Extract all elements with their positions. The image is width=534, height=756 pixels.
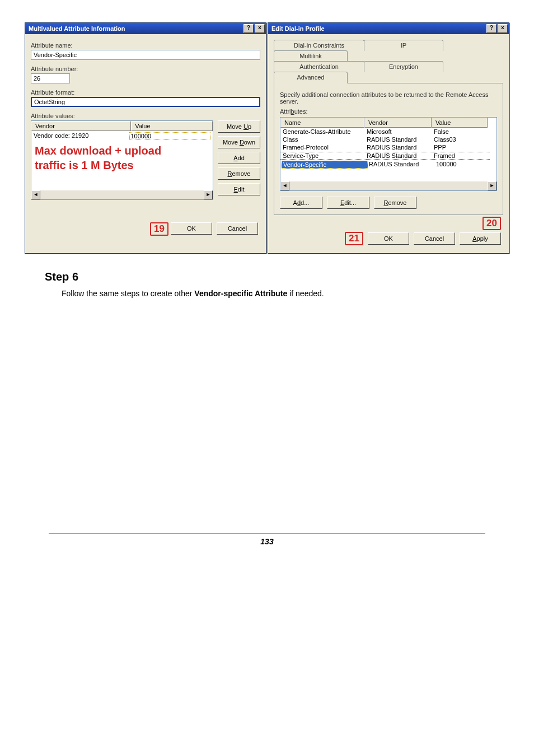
table-row[interactable]: Vendor-SpecificRADIUS Standard100000 <box>280 160 496 169</box>
attr-header-vendor: Vendor <box>364 118 432 128</box>
edit-attr-button[interactable]: Edit... <box>327 197 369 209</box>
remove-button[interactable]: Remove <box>218 167 260 180</box>
list-cell-value: 100000 <box>129 132 211 140</box>
attr-cell-value: PPP <box>434 144 490 151</box>
list-item[interactable]: Vendor code: 21920 100000 <box>31 131 213 141</box>
scroll-right-icon[interactable]: ► <box>204 190 213 199</box>
edit-button[interactable]: Edit <box>218 183 260 195</box>
titlebar-right: Edit Dial-in Profile ? × <box>268 23 509 34</box>
move-down-button[interactable]: Move Down <box>218 136 260 148</box>
titlebar-title-right: Edit Dial-in Profile <box>271 25 325 32</box>
table-row[interactable]: Service-TypeRADIUS StandardFramed <box>280 151 496 160</box>
help-icon[interactable]: ? <box>486 24 496 33</box>
tab-encryption[interactable]: Encryption <box>364 61 443 72</box>
annotation-number-19: 19 <box>150 222 168 236</box>
attributes-list[interactable]: Name Vendor Value Generate-Class-Attribu… <box>280 117 497 191</box>
ok-button[interactable]: OK <box>171 222 212 235</box>
attr-number-field[interactable] <box>31 73 70 83</box>
table-row[interactable]: ClassRADIUS StandardClass03 <box>280 136 496 143</box>
attr-cell-vendor: RADIUS Standard <box>367 152 434 160</box>
panel-description: Specify additional connection attributes… <box>280 91 497 105</box>
tab-authentication[interactable]: Authentication <box>274 61 364 72</box>
attr-cell-value: False <box>434 128 490 135</box>
scrollbar-horizontal[interactable]: ◄ ► <box>31 190 213 199</box>
close-icon[interactable]: × <box>498 24 508 33</box>
close-icon[interactable]: × <box>255 24 265 33</box>
titlebar-left: Multivalued Attribute Information ? × <box>25 23 266 34</box>
help-icon[interactable]: ? <box>243 24 254 33</box>
table-row[interactable]: Framed-ProtocolRADIUS StandardPPP <box>280 143 496 151</box>
attr-cell-name: Service-Type <box>280 152 367 160</box>
attr-format-field[interactable] <box>31 97 260 107</box>
remove-attr-button[interactable]: Remove <box>374 197 416 209</box>
move-up-button[interactable]: Move Up <box>218 120 260 133</box>
tab-advanced[interactable]: Advanced <box>274 72 348 83</box>
attr-number-label: Attribute number: <box>31 66 260 72</box>
attr-values-label: Attribute values: <box>31 113 260 119</box>
add-attr-button[interactable]: Add... <box>280 197 322 209</box>
step-body: Follow the same steps to create other Ve… <box>62 289 489 298</box>
tab-dialin-constraints[interactable]: Dial-in Constraints <box>274 40 364 51</box>
cancel-button[interactable]: Cancel <box>217 222 258 235</box>
attr-header-value: Value <box>432 118 488 128</box>
step-text-pre: Follow the same steps to create other <box>62 289 194 298</box>
tab-multilink[interactable]: Multilink <box>274 50 348 62</box>
attr-cell-name: Generate-Class-Attribute <box>280 128 367 135</box>
scroll-left-icon[interactable]: ◄ <box>31 190 40 199</box>
attr-cell-vendor: RADIUS Standard <box>369 161 436 169</box>
cancel-button-right[interactable]: Cancel <box>414 232 455 245</box>
attr-cell-vendor: Microsoft <box>367 128 434 135</box>
multivalued-attribute-dialog: Multivalued Attribute Information ? × At… <box>25 22 266 254</box>
step-heading: Step 6 <box>45 270 512 283</box>
attr-format-label: Attribute format: <box>31 89 260 96</box>
page-number: 133 <box>49 533 485 557</box>
attr-header-name: Name <box>280 118 364 128</box>
scroll-left-icon[interactable]: ◄ <box>280 181 289 190</box>
attr-cell-name: Framed-Protocol <box>280 144 367 151</box>
list-header-value: Value <box>131 121 213 131</box>
step-text-bold: Vendor-specific Attribute <box>194 289 287 298</box>
scrollbar-horizontal[interactable]: ◄ ► <box>280 181 496 190</box>
annotation-number-21: 21 <box>345 232 363 245</box>
annotation-number-20: 20 <box>483 217 501 230</box>
attr-values-list[interactable]: Vendor Value Vendor code: 21920 100000 M… <box>31 120 213 200</box>
attr-cell-vendor: RADIUS Standard <box>367 136 434 143</box>
add-button[interactable]: Add <box>218 152 260 164</box>
attr-cell-value: Framed <box>434 152 490 160</box>
attr-name-label: Attribute name: <box>31 42 260 49</box>
ok-button-right[interactable]: OK <box>368 232 409 245</box>
annotation-overlay-2: traffic is 1 M Bytes <box>35 158 134 172</box>
scroll-right-icon[interactable]: ► <box>488 181 496 190</box>
table-row[interactable]: Generate-Class-AttributeMicrosoftFalse <box>280 128 496 136</box>
attr-cell-name: Class <box>280 136 367 143</box>
attributes-label: Attributes: <box>280 108 497 115</box>
list-cell-vendor: Vendor code: 21920 <box>34 132 129 140</box>
step-text-post: if needed. <box>287 289 324 298</box>
edit-dialin-profile-dialog: Edit Dial-in Profile ? × Dial-in Constra… <box>268 22 509 254</box>
attr-cell-name: Vendor-Specific <box>282 161 368 169</box>
list-header-vendor: Vendor <box>31 121 131 131</box>
attr-cell-value: Class03 <box>434 136 490 143</box>
tab-ip[interactable]: IP <box>364 40 443 51</box>
annotation-overlay-1: Max download + upload <box>35 143 161 158</box>
attr-name-field[interactable] <box>31 50 260 60</box>
attr-cell-value: 100000 <box>436 161 492 169</box>
apply-button[interactable]: Apply <box>460 232 501 245</box>
titlebar-title-left: Multivalued Attribute Information <box>29 25 125 32</box>
attr-cell-vendor: RADIUS Standard <box>367 144 434 151</box>
